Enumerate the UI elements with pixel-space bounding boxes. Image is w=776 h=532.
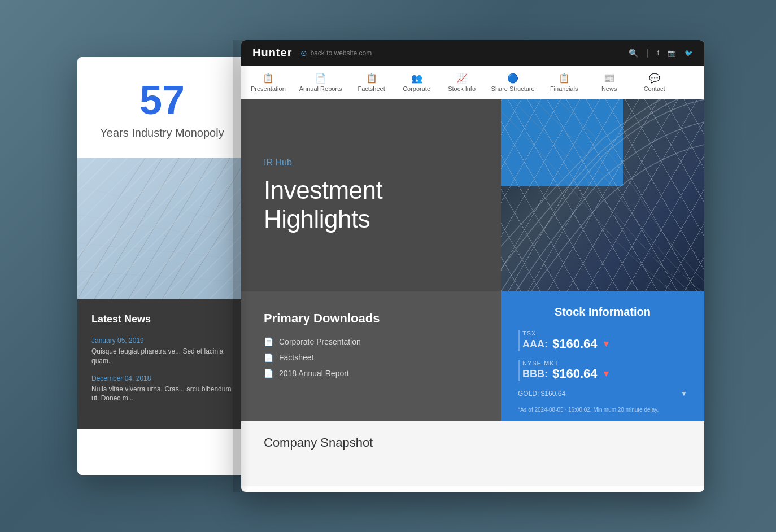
- download-label-2: Factsheet: [279, 353, 313, 362]
- nav-news[interactable]: 📰 News: [587, 68, 632, 97]
- stat-section: 57 Years Industry Monopoly: [77, 57, 247, 158]
- svg-line-10: [77, 215, 247, 243]
- instagram-icon[interactable]: 📷: [668, 49, 676, 57]
- stat-number: 57: [94, 80, 230, 120]
- share-structure-icon: 🔵: [507, 73, 518, 84]
- svg-line-12: [77, 271, 247, 282]
- svg-rect-13: [77, 158, 247, 299]
- download-icon-1: 📄: [264, 337, 273, 346]
- svg-line-7: [179, 192, 247, 299]
- stock-exchange-tsx: TSX: [522, 330, 687, 337]
- nav-contact-label: Contact: [644, 85, 665, 92]
- stock-gold-row: GOLD: $160.64 ▼: [518, 390, 687, 398]
- news-text-1: Quisque feugiat pharetra ve... Sed et la…: [91, 347, 233, 366]
- download-item-1[interactable]: 📄 Corporate Presentation: [264, 337, 478, 346]
- download-label-3: 2018 Annual Report: [279, 369, 349, 378]
- nav-share-structure[interactable]: 🔵 Share Structure: [485, 68, 542, 97]
- search-icon[interactable]: 🔍: [629, 49, 638, 58]
- svg-line-1: [77, 158, 162, 299]
- nav-stock-info-label: Stock Info: [448, 85, 476, 92]
- nav-factsheet-label: Factsheet: [358, 85, 385, 92]
- stock-arrow-aaa: ▼: [602, 339, 611, 349]
- company-snapshot-title: Company Snapshot: [264, 435, 682, 450]
- downloads-section: Primary Downloads 📄 Corporate Presentati…: [241, 291, 704, 421]
- svg-rect-0: [77, 158, 247, 299]
- svg-line-6: [162, 158, 247, 299]
- nav-financials-label: Financials: [550, 85, 578, 92]
- nav-corporate-label: Corporate: [403, 85, 430, 92]
- hero-right: [501, 99, 704, 291]
- mesh-svg: [501, 99, 704, 291]
- nav-corporate[interactable]: 👥 Corporate: [394, 68, 439, 97]
- news-date-1: January 05, 2019: [91, 337, 233, 345]
- news-text-2: Nulla vitae viverra urna. Cras... arcu b…: [91, 385, 233, 404]
- separator: |: [647, 48, 649, 58]
- arch-lines: [77, 158, 247, 299]
- nav-contact[interactable]: 💬 Contact: [632, 68, 677, 97]
- svg-line-5: [145, 158, 230, 299]
- svg-line-8: [77, 158, 145, 260]
- svg-line-11: [77, 243, 247, 260]
- hero-title: InvestmentHighlights: [264, 176, 478, 233]
- contact-icon: 💬: [649, 73, 660, 84]
- nav-presentation[interactable]: 📋 Presentation: [244, 68, 293, 97]
- nav-annual-reports[interactable]: 📄 Annual Reports: [293, 68, 349, 97]
- news-icon: 📰: [604, 73, 615, 84]
- url-dot: ⊙: [300, 49, 307, 58]
- bottom-section: Company Snapshot: [241, 421, 704, 486]
- nav-bar: 📋 Presentation 📄 Annual Reports 📋 Factsh…: [241, 66, 704, 99]
- download-item-3[interactable]: 📄 2018 Annual Report: [264, 369, 478, 378]
- news-item-1: January 05, 2019 Quisque feugiat pharetr…: [91, 337, 233, 366]
- downloads-left: Primary Downloads 📄 Corporate Presentati…: [241, 291, 501, 421]
- stock-disclaimer: *As of 2024-08-05 · 16:00:02. Minimum 20…: [518, 406, 687, 414]
- svg-line-9: [77, 186, 247, 226]
- stat-label: Years Industry Monopoly: [94, 125, 230, 141]
- stock-entry-nyse: NYSE MKT BBB: $160.64 ▼: [518, 360, 687, 381]
- factsheet-icon: 📋: [366, 73, 377, 84]
- stock-price-bbb: $160.64: [552, 367, 598, 381]
- hero-subtitle: IR Hub: [264, 158, 478, 168]
- financials-icon: 📋: [559, 73, 570, 84]
- stock-arrow-bbb: ▼: [602, 369, 611, 379]
- nav-presentation-label: Presentation: [251, 85, 286, 92]
- nav-share-structure-label: Share Structure: [491, 85, 535, 92]
- svg-line-2: [94, 158, 179, 299]
- downloads-title: Primary Downloads: [264, 311, 478, 326]
- stock-info-icon: 📈: [456, 73, 468, 84]
- stock-ticker-bbb: BBB:: [522, 368, 548, 380]
- arch-svg: [77, 158, 247, 299]
- svg-line-3: [111, 158, 196, 299]
- stock-gold-label: GOLD: $160.64: [518, 390, 565, 398]
- browser-logo: Hunter: [252, 46, 292, 59]
- stock-entry-tsx: TSX AAA: $160.64 ▼: [518, 330, 687, 351]
- hero-left: IR Hub InvestmentHighlights: [241, 99, 501, 291]
- annual-reports-icon: 📄: [315, 73, 326, 84]
- news-section: Latest News January 05, 2019 Quisque feu…: [77, 299, 247, 429]
- facebook-icon[interactable]: f: [657, 49, 659, 57]
- url-text[interactable]: back to website.com: [310, 49, 372, 57]
- stock-price-aaa: $160.64: [552, 337, 598, 351]
- stock-ticker-aaa: AAA:: [522, 338, 548, 350]
- stock-section: Stock Information TSX AAA: $160.64 ▼ NYS…: [501, 291, 704, 421]
- hero-section: IR Hub InvestmentHighlights: [241, 99, 704, 291]
- stock-price-row-nyse: BBB: $160.64 ▼: [522, 367, 687, 381]
- stock-gold-arrow: ▼: [681, 390, 687, 398]
- scene: 57 Years Industry Monopoly: [77, 40, 699, 492]
- nav-stock-info[interactable]: 📈 Stock Info: [439, 68, 485, 97]
- browser-window: Hunter ⊙ back to website.com 🔍 | f 📷 🐦 📋…: [241, 40, 704, 492]
- hero-image: [501, 99, 704, 291]
- download-label-1: Corporate Presentation: [279, 337, 361, 346]
- nav-news-label: News: [601, 85, 617, 92]
- nav-factsheet[interactable]: 📋 Factsheet: [349, 68, 394, 97]
- news-date-2: December 04, 2018: [91, 374, 233, 382]
- download-item-2[interactable]: 📄 Factsheet: [264, 353, 478, 362]
- browser-topbar: Hunter ⊙ back to website.com 🔍 | f 📷 🐦: [241, 40, 704, 66]
- stock-title: Stock Information: [518, 306, 687, 319]
- nav-financials[interactable]: 📋 Financials: [542, 68, 587, 97]
- presentation-icon: 📋: [263, 73, 274, 84]
- browser-url: ⊙ back to website.com: [300, 49, 372, 58]
- svg-line-4: [128, 158, 213, 299]
- topbar-right: 🔍 | f 📷 🐦: [629, 48, 694, 58]
- card-image: [77, 158, 247, 299]
- twitter-icon[interactable]: 🐦: [685, 49, 693, 57]
